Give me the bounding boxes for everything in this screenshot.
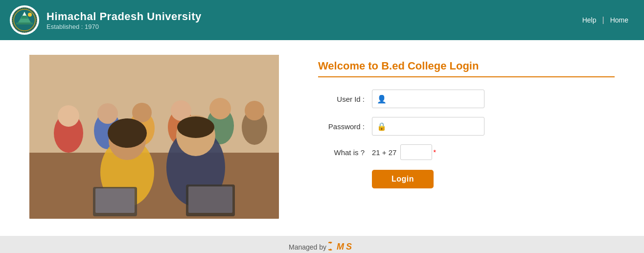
password-wrapper: 🔒	[372, 117, 484, 136]
captcha-math: 21 + 27	[372, 148, 396, 157]
userid-wrapper: 👤	[372, 90, 484, 108]
classroom-image	[29, 55, 279, 219]
login-button[interactable]: Login	[372, 170, 434, 188]
password-input[interactable]	[372, 117, 484, 136]
footer-brand: M S	[328, 240, 355, 253]
captcha-input[interactable]	[400, 144, 432, 160]
svg-text:S: S	[346, 242, 352, 252]
university-name: Himachal Pradesh University	[46, 10, 202, 23]
footer: Managed by M S	[0, 236, 644, 253]
password-row: Password : 🔒	[318, 117, 615, 136]
login-section: Welcome to B.ed College Login User Id : …	[318, 55, 615, 188]
svg-text:M: M	[337, 242, 345, 252]
user-icon: 👤	[377, 94, 387, 104]
header: Himachal Pradesh University Established …	[0, 0, 644, 40]
userid-label: User Id :	[318, 95, 372, 103]
login-button-row: Login	[372, 170, 615, 188]
svg-rect-6	[16, 23, 33, 24]
home-link[interactable]: Home	[604, 16, 634, 24]
login-title: Welcome to B.ed College Login	[318, 60, 615, 72]
university-name-block: Himachal Pradesh University Established …	[46, 10, 202, 30]
managed-by-text: Managed by	[289, 243, 326, 251]
svg-rect-33	[29, 55, 279, 219]
header-nav: Help | Home	[576, 16, 634, 24]
password-label: Password :	[318, 122, 372, 131]
main-content: Welcome to B.ed College Login User Id : …	[0, 40, 644, 236]
help-link[interactable]: Help	[576, 16, 602, 24]
userid-input[interactable]	[372, 90, 484, 108]
svg-point-5	[28, 13, 32, 17]
captcha-label: What is ?	[318, 148, 372, 157]
title-underline	[318, 76, 615, 77]
captcha-row: What is ? 21 + 27 *	[318, 144, 615, 160]
established-text: Established : 1970	[46, 23, 202, 30]
lock-icon: 🔒	[377, 122, 387, 131]
captcha-required: *	[433, 148, 436, 156]
photo	[29, 55, 279, 219]
userid-row: User Id : 👤	[318, 90, 615, 108]
university-logo	[10, 5, 39, 35]
